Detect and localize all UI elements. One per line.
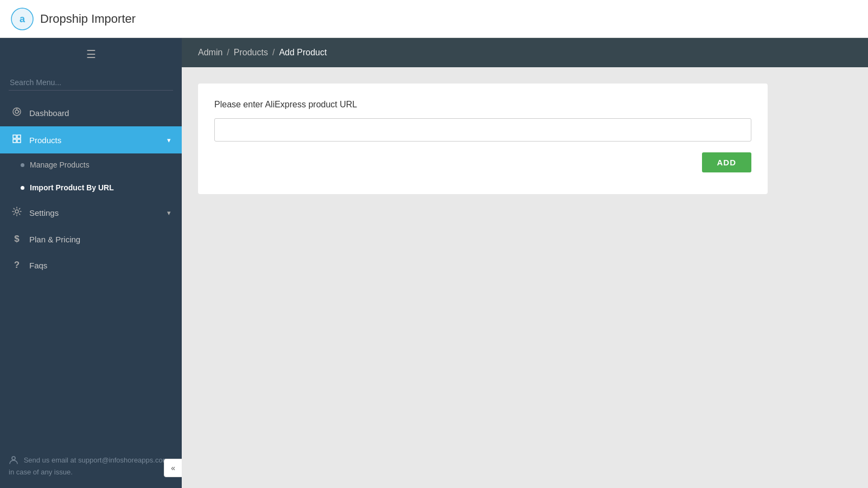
svg-text:a: a xyxy=(20,14,25,24)
sidebar-collapse-button[interactable]: « xyxy=(164,459,182,477)
subnav-label-manage-products: Manage Products xyxy=(30,160,90,169)
sidebar-item-products[interactable]: Products ▾ xyxy=(0,126,182,153)
svg-point-11 xyxy=(12,457,15,460)
breadcrumb-products[interactable]: Products xyxy=(234,48,268,57)
subnav-dot-import xyxy=(21,186,24,190)
svg-point-3 xyxy=(15,110,18,113)
settings-chevron-icon: ▾ xyxy=(167,209,171,217)
add-product-card: Please enter AliExpress product URL ADD xyxy=(198,84,768,194)
content-area: Admin / Products / Add Product Please en… xyxy=(182,38,868,488)
card-footer: ADD xyxy=(214,152,751,172)
breadcrumb: Admin / Products / Add Product xyxy=(198,48,327,57)
sidebar-item-plan[interactable]: $ Plan & Pricing xyxy=(0,226,182,252)
breadcrumb-sep-1: / xyxy=(227,48,229,57)
svg-rect-7 xyxy=(17,135,21,138)
breadcrumb-add-product: Add Product xyxy=(279,48,327,57)
app-title: Dropship Importer xyxy=(40,12,136,26)
sidebar-search-container xyxy=(0,70,182,99)
sidebar-search-input[interactable] xyxy=(9,75,173,91)
hamburger-button[interactable]: ☰ xyxy=(0,38,182,70)
add-product-button[interactable]: ADD xyxy=(702,152,752,172)
content-body: Please enter AliExpress product URL ADD xyxy=(182,67,868,488)
sidebar-item-faqs-label: Faqs xyxy=(29,261,171,270)
products-chevron-icon: ▾ xyxy=(167,136,171,144)
sidebar-item-plan-label: Plan & Pricing xyxy=(29,235,171,244)
sidebar-item-faqs[interactable]: ? Faqs xyxy=(0,252,182,278)
main-layout: ☰ Dashboard xyxy=(0,38,868,488)
sidebar-item-dashboard[interactable]: Dashboard xyxy=(0,99,182,126)
question-icon: ? xyxy=(11,260,23,271)
sidebar: ☰ Dashboard xyxy=(0,38,182,488)
breadcrumb-sep-2: / xyxy=(272,48,275,57)
sidebar-subitem-manage-products[interactable]: Manage Products xyxy=(0,153,182,176)
content-header: Admin / Products / Add Product xyxy=(182,38,868,67)
sidebar-item-products-label: Products xyxy=(29,136,161,145)
app-logo: a xyxy=(11,8,34,30)
svg-rect-6 xyxy=(13,135,16,138)
sidebar-item-settings-label: Settings xyxy=(29,208,161,217)
hamburger-icon: ☰ xyxy=(86,48,96,61)
svg-point-10 xyxy=(15,210,18,213)
dashboard-icon xyxy=(11,107,23,119)
url-input-label: Please enter AliExpress product URL xyxy=(214,100,751,110)
sidebar-subitem-import-product[interactable]: Import Product By URL xyxy=(0,176,182,199)
settings-icon xyxy=(11,207,23,219)
support-text: Send us email at support@infoshoreapps.c… xyxy=(9,456,168,476)
sidebar-support-text: Send us email at support@infoshoreapps.c… xyxy=(0,444,182,489)
subnav-label-import-product: Import Product By URL xyxy=(30,183,114,192)
breadcrumb-admin[interactable]: Admin xyxy=(198,48,222,57)
subnav-dot-manage xyxy=(21,163,24,167)
svg-rect-9 xyxy=(17,139,21,143)
aliexpress-url-input[interactable] xyxy=(214,118,751,142)
dollar-icon: $ xyxy=(11,234,23,245)
sidebar-item-dashboard-label: Dashboard xyxy=(29,108,171,118)
sidebar-item-settings[interactable]: Settings ▾ xyxy=(0,199,182,226)
svg-rect-8 xyxy=(13,139,16,143)
top-header: a Dropship Importer xyxy=(0,0,868,38)
products-icon xyxy=(11,134,23,146)
collapse-icon: « xyxy=(171,464,175,472)
